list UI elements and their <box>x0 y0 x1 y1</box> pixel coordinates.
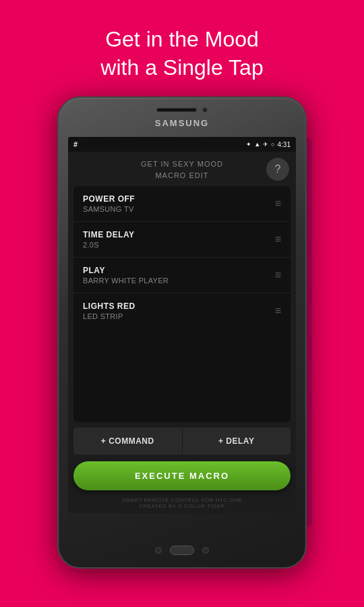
command-item-power-off[interactable]: POWER OFF SAMSUNG TV ≡ <box>73 186 291 222</box>
drag-handle-3[interactable]: ≡ <box>275 269 281 281</box>
speaker-grille <box>156 108 197 112</box>
execute-macro-button[interactable]: EXECUTE MACRO <box>73 461 291 490</box>
screen-footer: SMART REMOTE CONTROL FOR HTC ONE CREATED… <box>68 497 296 513</box>
drag-handle-4[interactable]: ≡ <box>275 305 281 317</box>
hero-line1: Get in the Mood <box>100 26 263 54</box>
phone-top-bezel <box>156 107 208 113</box>
command-info: POWER OFF SAMSUNG TV <box>83 194 135 213</box>
command-title-3: PLAY <box>83 266 169 275</box>
hero-line2: with a Single Tap <box>100 54 263 82</box>
command-info-4: LIGHTS RED LED STRIP <box>83 301 135 320</box>
macro-title: GET IN SEXY MOOD <box>141 158 223 170</box>
hero-section: Get in the Mood with a Single Tap <box>100 26 263 82</box>
phone-bottom-bezel <box>155 546 209 555</box>
header-text: GET IN SEXY MOOD MACRO EDIT <box>141 158 223 181</box>
help-button[interactable]: ? <box>266 158 289 181</box>
macro-subtitle: MACRO EDIT <box>141 170 223 181</box>
command-sub-1: SAMSUNG TV <box>83 205 135 213</box>
phone-shell: SAMSUNG # ✦ ▲ ✈ ○ 4:31 GET IN SEXY MOOD … <box>57 96 307 569</box>
brand-label: SAMSUNG <box>155 118 209 128</box>
bluetooth-icon: ✦ <box>246 141 251 148</box>
phone-screen: # ✦ ▲ ✈ ○ 4:31 GET IN SEXY MOOD MACRO ED… <box>68 137 296 513</box>
airplane-icon: ✈ <box>263 141 268 148</box>
left-nav-button[interactable] <box>155 547 162 554</box>
footer-line1: SMART REMOTE CONTROL FOR HTC ONE <box>68 497 296 503</box>
command-info-3: PLAY BARRY WHITE PLAYER <box>83 266 169 285</box>
command-sub-3: BARRY WHITE PLAYER <box>83 277 169 285</box>
right-nav-button[interactable] <box>202 547 209 554</box>
add-command-button[interactable]: + COMMAND <box>73 428 183 455</box>
command-info-2: TIME DELAY 2.0S <box>83 230 135 249</box>
action-row: + COMMAND + DELAY <box>73 428 291 455</box>
wifi-icon: ▲ <box>254 141 260 148</box>
command-title-1: POWER OFF <box>83 194 135 204</box>
command-item-lights[interactable]: LIGHTS RED LED STRIP ≡ <box>73 293 291 328</box>
command-title-2: TIME DELAY <box>83 230 135 239</box>
phone-device: SAMSUNG # ✦ ▲ ✈ ○ 4:31 GET IN SEXY MOOD … <box>57 96 307 569</box>
command-list: POWER OFF SAMSUNG TV ≡ TIME DELAY 2.0S ≡… <box>73 186 291 422</box>
phone-shadow <box>299 138 312 527</box>
home-button[interactable] <box>170 546 194 555</box>
command-sub-2: 2.0S <box>83 241 135 249</box>
drag-handle-2[interactable]: ≡ <box>275 233 281 245</box>
add-delay-button[interactable]: + DELAY <box>183 428 291 455</box>
command-item-play[interactable]: PLAY BARRY WHITE PLAYER ≡ <box>73 258 291 293</box>
camera-dot <box>202 107 208 113</box>
command-item-time-delay[interactable]: TIME DELAY 2.0S ≡ <box>73 222 291 258</box>
drag-handle-1[interactable]: ≡ <box>275 198 281 210</box>
command-sub-4: LED STRIP <box>83 312 135 320</box>
status-bar: # ✦ ▲ ✈ ○ 4:31 <box>68 137 296 152</box>
status-left-icon: # <box>73 140 78 148</box>
command-title-4: LIGHTS RED <box>83 301 135 311</box>
circle-icon: ○ <box>271 141 274 148</box>
app-header: GET IN SEXY MOOD MACRO EDIT ? <box>68 152 296 186</box>
status-right: ✦ ▲ ✈ ○ 4:31 <box>246 141 291 148</box>
status-time: 4:31 <box>278 141 291 148</box>
footer-line2: CREATED BY © COLOR TIGER <box>68 503 296 509</box>
